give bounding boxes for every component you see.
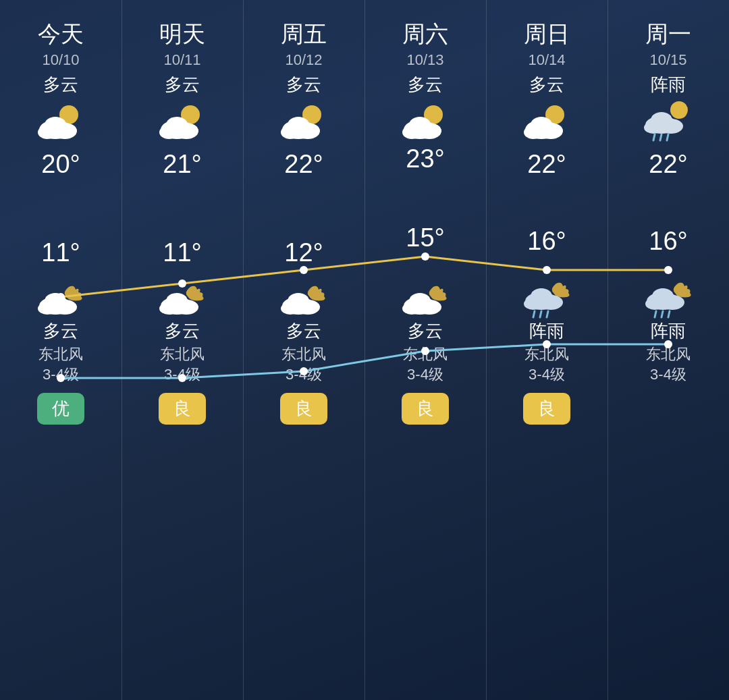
low-temp-mon: 16° <box>612 227 725 256</box>
aqi-badge-sat: 良 <box>402 393 449 425</box>
wind-dir-mon: 东北风 <box>646 344 691 365</box>
day-label-fri: 周五 <box>281 19 327 50</box>
date-sun: 10/14 <box>528 51 565 69</box>
wind-level-sun: 3-4级 <box>529 365 565 385</box>
day-label-mon: 周一 <box>645 19 691 50</box>
day-label-sat: 周六 <box>402 19 448 50</box>
svg-point-31 <box>409 117 431 133</box>
svg-line-61 <box>662 311 663 317</box>
aqi-badge-today: 优 <box>37 393 84 425</box>
condition-night-tomorrow: 多云 <box>165 319 200 343</box>
icon-night-today <box>34 275 88 319</box>
svg-point-59 <box>652 288 674 304</box>
svg-line-62 <box>668 311 670 317</box>
high-temp-tomorrow: 21° <box>126 150 239 179</box>
condition-day-today: 多云 <box>43 73 78 97</box>
svg-line-60 <box>655 311 656 317</box>
high-temp-sat: 23° <box>369 144 482 173</box>
day-col-sun: 周日 10/14 多云 22° 16° <box>486 0 608 700</box>
date-mon: 10/15 <box>649 51 686 69</box>
date-tomorrow: 10/11 <box>163 51 200 69</box>
condition-night-mon: 阵雨 <box>651 319 686 343</box>
condition-day-sun: 多云 <box>529 73 564 97</box>
condition-day-mon: 阵雨 <box>651 73 686 97</box>
icon-day-sat <box>398 101 452 144</box>
icon-night-sat <box>398 275 452 319</box>
day-col-sat: 周六 10/13 多云 23° 15° <box>364 0 486 700</box>
svg-line-45 <box>533 311 535 317</box>
svg-line-55 <box>667 134 668 140</box>
svg-point-26 <box>288 293 309 309</box>
wind-level-sat: 3-4级 <box>407 365 443 385</box>
day-col-today: 今天 10/10 多云 20° 11° <box>0 0 122 700</box>
day-col-tomorrow: 明天 10/11 多云 21° 11° <box>122 0 243 700</box>
svg-point-13 <box>166 117 188 133</box>
date-sat: 10/13 <box>406 51 443 69</box>
date-today: 10/10 <box>42 51 79 69</box>
wind-dir-fri: 东北风 <box>281 344 326 365</box>
icon-day-tomorrow <box>155 101 209 144</box>
svg-line-46 <box>540 311 541 317</box>
wind-dir-sun: 东北风 <box>524 344 569 365</box>
svg-point-4 <box>45 117 66 133</box>
svg-point-17 <box>166 293 188 309</box>
wind-dir-tomorrow: 东北风 <box>160 344 205 365</box>
condition-night-fri: 多云 <box>286 319 321 343</box>
svg-point-22 <box>288 117 309 133</box>
wind-level-fri: 3-4级 <box>286 365 322 385</box>
condition-night-sun: 阵雨 <box>529 319 564 343</box>
high-temp-sun: 22° <box>490 150 603 179</box>
day-label-sun: 周日 <box>524 19 570 50</box>
low-temp-today: 11° <box>4 238 117 267</box>
low-temp-fri: 12° <box>247 238 360 267</box>
low-temp-sat: 15° <box>369 223 482 252</box>
icon-night-fri <box>277 275 331 319</box>
day-label-today: 今天 <box>38 19 84 50</box>
condition-day-fri: 多云 <box>286 73 321 97</box>
svg-point-40 <box>531 117 552 133</box>
condition-night-today: 多云 <box>43 319 78 343</box>
condition-day-tomorrow: 多云 <box>165 73 200 97</box>
day-col-fri: 周五 10/12 多云 22° 12° <box>243 0 364 700</box>
svg-point-52 <box>651 112 672 128</box>
high-temp-today: 20° <box>4 150 117 179</box>
aqi-badge-fri: 良 <box>280 393 327 425</box>
icon-night-sun <box>520 275 574 319</box>
wind-dir-sat: 东北风 <box>403 344 448 365</box>
svg-point-48 <box>670 101 688 119</box>
svg-line-53 <box>653 134 655 140</box>
wind-dir-today: 东北风 <box>38 344 83 365</box>
date-fri: 10/12 <box>285 51 322 69</box>
wind-level-tomorrow: 3-4级 <box>164 365 200 385</box>
condition-day-sat: 多云 <box>408 73 443 97</box>
icon-day-mon <box>641 101 695 144</box>
icon-day-sun <box>520 101 574 144</box>
wind-level-today: 3-4级 <box>43 365 79 385</box>
day-col-mon: 周一 10/15 阵雨 22° 16° <box>608 0 729 700</box>
low-temp-tomorrow: 11° <box>126 238 239 267</box>
day-label-tomorrow: 明天 <box>159 19 205 50</box>
svg-point-35 <box>409 293 431 309</box>
high-temp-fri: 22° <box>247 150 360 179</box>
icon-night-mon <box>641 275 695 319</box>
aqi-badge-sun: 良 <box>523 393 570 425</box>
condition-night-sat: 多云 <box>408 319 443 343</box>
high-temp-mon: 22° <box>612 150 725 179</box>
icon-day-fri <box>277 101 331 144</box>
icon-night-tomorrow <box>155 275 209 319</box>
svg-line-54 <box>660 134 662 140</box>
wind-level-mon: 3-4级 <box>650 365 686 385</box>
aqi-badge-tomorrow: 良 <box>159 393 206 425</box>
svg-point-44 <box>531 288 552 304</box>
svg-point-8 <box>45 293 66 309</box>
icon-day-today <box>34 101 88 144</box>
svg-line-47 <box>547 311 548 317</box>
low-temp-sun: 16° <box>490 227 603 256</box>
